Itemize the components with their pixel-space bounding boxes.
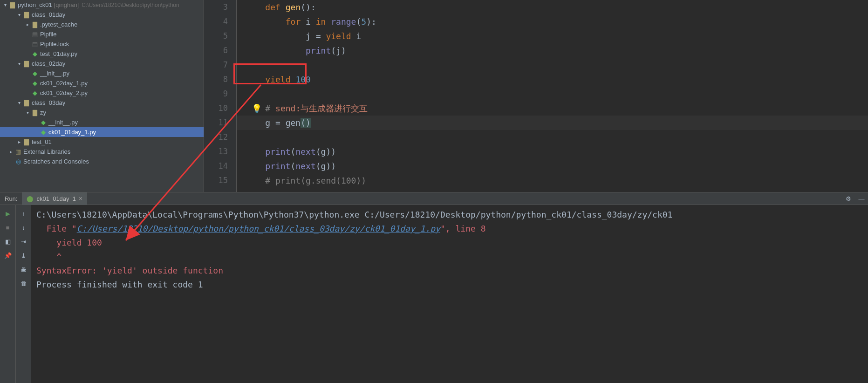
tree-item[interactable]: ▾▇class_03day: [0, 98, 204, 108]
line-number[interactable]: 10: [204, 101, 228, 116]
code-line[interactable]: 💡 # send:与生成器进行交互: [237, 101, 868, 116]
tree-root[interactable]: ▾ ▇ python_ck01 [qinghan] C:\Users\18210…: [0, 0, 204, 10]
tree-root-qual: [qinghan]: [54, 1, 79, 8]
code-line[interactable]: for i in range(5):: [237, 14, 868, 29]
tree-item[interactable]: ◆ck01_02day_1.py: [0, 78, 204, 88]
python-file-icon: ◆: [31, 70, 39, 77]
tree-item[interactable]: ▾▇class_01day: [0, 10, 204, 20]
scroll-icon[interactable]: ⤓: [18, 250, 29, 261]
print-icon[interactable]: 🖶: [18, 264, 29, 275]
code-line[interactable]: [237, 87, 868, 101]
code-line[interactable]: print(j): [237, 43, 868, 58]
tree-item-label: ck01_01day_1.py: [48, 129, 96, 136]
code-line[interactable]: [237, 58, 868, 72]
code-token: send:与生成器进行交互: [275, 103, 368, 113]
file-link[interactable]: C:/Users/18210/Desktop/python/python_ck0…: [77, 224, 440, 233]
code-line[interactable]: j = yield i: [237, 29, 868, 43]
run-body: ▶ ■ ◧ 📌 ↑ ↓ ⇥ ⤓ 🖶 🗑 C:\Users\18210\AppDa…: [0, 205, 868, 383]
tree-item[interactable]: ▤Pipfile.lock: [0, 39, 204, 49]
tree-item[interactable]: ▸▇.pytest_cache: [0, 20, 204, 29]
tree-item[interactable]: ▸▇test_01: [0, 137, 204, 147]
trash-icon[interactable]: 🗑: [18, 278, 29, 289]
code-line[interactable]: g = gen(): [237, 116, 868, 130]
code-token: (g)): [316, 147, 336, 157]
console-line: C:\Users\18210\AppData\Local\Programs\Py…: [36, 208, 863, 222]
code-token: i: [306, 17, 316, 27]
code-line[interactable]: print(next(g)): [237, 144, 868, 159]
minimize-icon[interactable]: —: [855, 192, 868, 205]
chevron-down-icon[interactable]: ▾: [16, 61, 22, 66]
tree-item[interactable]: ◆ck01_01day_1.py: [0, 127, 204, 137]
code-token: gen: [286, 2, 301, 12]
tree-item[interactable]: ◎Scratches and Consoles: [0, 157, 204, 166]
line-number[interactable]: 15: [204, 173, 228, 188]
code-line[interactable]: print(next(g)): [237, 159, 868, 173]
console-line: yield 100: [36, 236, 863, 250]
line-gutter[interactable]: 3456789101112131415: [204, 0, 237, 192]
run-tab[interactable]: ⬤ ck01_01day_1 ×: [22, 192, 87, 205]
code-line[interactable]: yield 100: [237, 72, 868, 87]
line-number[interactable]: 3: [204, 0, 228, 14]
chevron-down-icon[interactable]: ▾: [16, 12, 22, 17]
python-file-icon: ◆: [39, 119, 48, 126]
line-number[interactable]: 4: [204, 14, 228, 29]
line-number[interactable]: 11: [204, 116, 228, 130]
chevron-down-icon[interactable]: ▾: [16, 100, 22, 105]
tree-item-label: __init__.py: [48, 119, 78, 126]
down-icon[interactable]: ↓: [18, 222, 29, 233]
gear-icon[interactable]: ⚙: [842, 192, 855, 205]
tree-item[interactable]: ▤Pipfile: [0, 29, 204, 39]
rerun-button[interactable]: ▶: [2, 208, 14, 219]
up-icon[interactable]: ↑: [18, 208, 29, 219]
chevron-right-icon[interactable]: ▸: [24, 22, 31, 27]
project-tree[interactable]: ▾ ▇ python_ck01 [qinghan] C:\Users\18210…: [0, 0, 204, 192]
tree-item[interactable]: ◆__init__.py: [0, 117, 204, 127]
tree-item[interactable]: ◆ck01_02day_2.py: [0, 88, 204, 98]
code-line[interactable]: def gen():: [237, 0, 868, 14]
line-number[interactable]: 5: [204, 29, 228, 43]
tree-item[interactable]: ▾▇class_02day: [0, 59, 204, 68]
console-line: ^: [36, 250, 863, 264]
code-token: print: [265, 161, 290, 171]
tree-item-label: zy: [40, 109, 46, 116]
tree-item[interactable]: ◆__init__.py: [0, 68, 204, 78]
console-output[interactable]: C:\Users\18210\AppData\Local\Programs\Py…: [32, 205, 868, 383]
tree-item-label: class_01day: [32, 11, 65, 18]
layout-button[interactable]: ◧: [2, 236, 14, 247]
code-line[interactable]: [237, 130, 868, 144]
chevron-right-icon[interactable]: ▸: [7, 149, 14, 154]
folder-icon: ▇: [31, 109, 39, 116]
code-token: i: [356, 31, 361, 41]
tree-item[interactable]: ◆test_01day.py: [0, 49, 204, 59]
lightbulb-icon[interactable]: 💡: [252, 101, 262, 116]
tree-item-label: test_01day.py: [40, 50, 77, 57]
wrap-icon[interactable]: ⇥: [18, 236, 29, 247]
code-token: [245, 147, 265, 157]
tree-item[interactable]: ▾▇zy: [0, 108, 204, 117]
tree-item[interactable]: ▸▥External Libraries: [0, 147, 204, 157]
line-number[interactable]: 14: [204, 159, 228, 173]
chevron-down-icon[interactable]: ▾: [2, 2, 8, 7]
line-number[interactable]: 8: [204, 72, 228, 87]
console-text: ", line 8: [440, 224, 486, 233]
chevron-right-icon[interactable]: ▸: [16, 139, 22, 144]
code-editor[interactable]: 3456789101112131415 def gen(): for i in …: [204, 0, 868, 192]
line-number[interactable]: 6: [204, 43, 228, 58]
code-token: (: [356, 17, 361, 27]
run-tabs-bar: Run: ⬤ ck01_01day_1 × ⚙ —: [0, 192, 868, 205]
code-token: ): [306, 118, 311, 128]
line-number[interactable]: 13: [204, 144, 228, 159]
line-number[interactable]: 12: [204, 130, 228, 144]
folder-icon: ▇: [22, 11, 31, 18]
run-label: Run:: [0, 195, 22, 202]
line-number[interactable]: 9: [204, 87, 228, 101]
code-line[interactable]: # print(g.send(100)): [237, 173, 868, 188]
pin-button[interactable]: 📌: [2, 250, 14, 261]
code-token: (j): [331, 46, 346, 55]
stop-button[interactable]: ■: [2, 222, 14, 233]
close-icon[interactable]: ×: [79, 195, 82, 202]
chevron-down-icon[interactable]: ▾: [24, 110, 31, 115]
code-area[interactable]: def gen(): for i in range(5): j = yield …: [237, 0, 868, 192]
line-number[interactable]: 7: [204, 58, 228, 72]
run-tools-secondary: ↑ ↓ ⇥ ⤓ 🖶 🗑: [16, 205, 32, 383]
